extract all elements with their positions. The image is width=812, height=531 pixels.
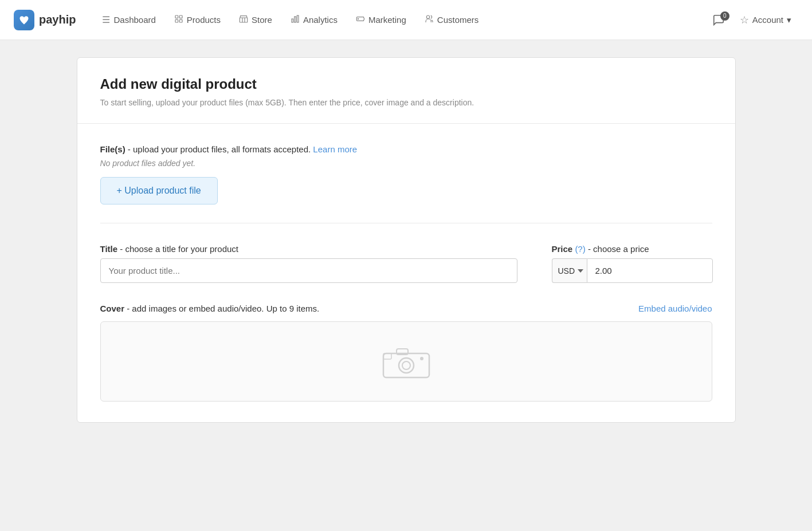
nav-label-customers: Customers: [437, 15, 479, 25]
svg-rect-0: [175, 15, 178, 18]
title-field-label: Title - choose a title for your product: [100, 244, 517, 254]
account-menu[interactable]: ☆ Account ▾: [733, 9, 798, 31]
navbar: payhip ☰ Dashboard Products Store: [0, 0, 812, 40]
price-help-link[interactable]: (?): [575, 244, 585, 254]
svg-point-14: [420, 357, 423, 360]
svg-rect-1: [179, 15, 182, 18]
files-section: File(s) - upload your product files, all…: [100, 144, 712, 204]
products-icon: [174, 14, 183, 26]
svg-point-12: [402, 361, 410, 369]
svg-rect-2: [175, 19, 178, 22]
cover-header-left: Cover - add images or embed audio/video.…: [100, 304, 320, 313]
product-title-input[interactable]: [100, 258, 517, 283]
title-label-prefix: Title: [100, 244, 118, 254]
account-dropdown-icon: ▾: [787, 15, 791, 25]
upload-file-button[interactable]: + Upload product file: [100, 177, 218, 204]
page-title: Add new digital product: [100, 76, 712, 92]
currency-select[interactable]: USD EUR GBP CAD AUD: [552, 258, 587, 283]
files-label: File(s) - upload your product files, all…: [100, 144, 712, 154]
price-label-prefix: Price: [552, 244, 573, 254]
card-header: Add new digital product To start selling…: [77, 58, 735, 124]
files-learn-more-link[interactable]: Learn more: [313, 144, 357, 154]
embed-audio-video-link[interactable]: Embed audio/video: [638, 304, 712, 313]
cover-upload-area[interactable]: [100, 321, 712, 402]
price-field-label: Price (?) - choose a price: [552, 244, 712, 254]
upload-btn-label: + Upload product file: [117, 186, 201, 196]
analytics-icon: [291, 14, 300, 26]
cover-label-suffix: - add images or embed audio/video. Up to…: [124, 304, 319, 313]
title-price-row: Title - choose a title for your product …: [100, 244, 712, 283]
title-group: Title - choose a title for your product: [100, 244, 517, 283]
nav-item-analytics[interactable]: Analytics: [283, 10, 346, 30]
brand-logo-icon: [14, 10, 34, 30]
customers-icon: [425, 14, 434, 26]
svg-point-9: [426, 15, 429, 18]
divider-1: [100, 223, 712, 223]
nav-label-analytics: Analytics: [303, 15, 338, 25]
nav-right: 0 ☆ Account ▾: [707, 9, 798, 31]
nav-item-products[interactable]: Products: [166, 10, 229, 30]
account-star-icon: ☆: [740, 14, 749, 26]
dashboard-icon: ☰: [102, 14, 110, 25]
cover-header: Cover - add images or embed audio/video.…: [100, 304, 712, 313]
page-subtitle: To start selling, upload your product fi…: [100, 98, 712, 107]
brand-logo-link[interactable]: payhip: [14, 10, 76, 30]
camera-icon: [380, 343, 432, 380]
title-label-suffix: - choose a title for your product: [117, 244, 238, 254]
marketing-icon: [356, 14, 365, 26]
cover-label-prefix: Cover: [100, 304, 125, 313]
nav-label-products: Products: [187, 15, 221, 25]
main-card: Add new digital product To start selling…: [77, 57, 736, 423]
notifications-count: 0: [720, 11, 729, 21]
files-label-prefix: File(s): [100, 144, 125, 154]
store-icon: [239, 14, 248, 26]
cover-section: Cover - add images or embed audio/video.…: [100, 304, 712, 402]
files-label-suffix: - upload your product files, all formats…: [125, 144, 311, 154]
svg-rect-4: [240, 18, 247, 22]
notifications-button[interactable]: 0: [707, 9, 731, 31]
svg-rect-3: [179, 19, 182, 22]
nav-item-dashboard[interactable]: ☰ Dashboard: [94, 10, 163, 30]
brand-name-text: payhip: [39, 13, 76, 26]
nav-label-marketing: Marketing: [368, 15, 406, 25]
nav-item-customers[interactable]: Customers: [417, 10, 487, 30]
nav-item-marketing[interactable]: Marketing: [348, 10, 414, 30]
svg-rect-7: [297, 15, 299, 22]
svg-point-8: [358, 18, 358, 19]
price-input-row: USD EUR GBP CAD AUD: [552, 258, 712, 283]
svg-rect-5: [292, 19, 293, 22]
nav-label-dashboard: Dashboard: [113, 15, 155, 25]
page-body: Add new digital product To start selling…: [0, 40, 812, 531]
nav-label-store: Store: [252, 15, 272, 25]
card-body: File(s) - upload your product files, all…: [77, 124, 735, 422]
price-label-suffix: - choose a price: [588, 244, 649, 254]
svg-rect-6: [295, 17, 296, 22]
price-group: Price (?) - choose a price USD EUR GBP C…: [552, 244, 712, 283]
account-label: Account: [752, 15, 783, 25]
nav-item-store[interactable]: Store: [231, 10, 280, 30]
svg-point-11: [399, 358, 414, 373]
nav-links: ☰ Dashboard Products Store: [94, 10, 706, 30]
price-value-input[interactable]: [587, 258, 713, 283]
no-files-text: No product files added yet.: [100, 159, 712, 168]
